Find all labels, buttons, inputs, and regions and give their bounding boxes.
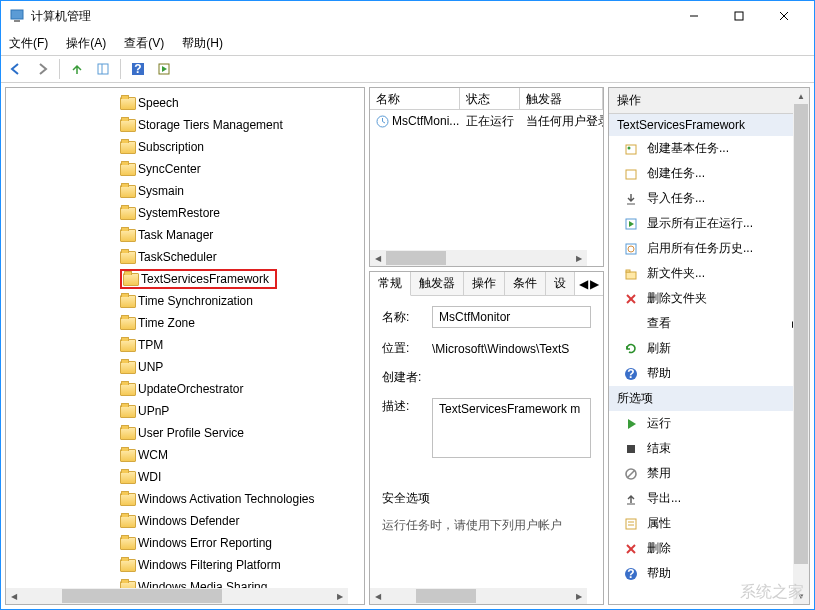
action-item[interactable]: 创建基本任务... xyxy=(609,136,809,161)
action-item[interactable]: 查看▶ xyxy=(609,311,809,336)
tree-item-label: UPnP xyxy=(138,404,169,418)
action-item[interactable]: 启用所有任务历史... xyxy=(609,236,809,261)
tree-item[interactable]: Windows Defender xyxy=(116,510,365,532)
tree-item[interactable]: Windows Media Sharing xyxy=(116,576,365,588)
action-label: 刷新 xyxy=(647,340,671,357)
action-item[interactable]: ?帮助 xyxy=(609,561,809,586)
tasklist-hscrollbar[interactable]: ◀ ▶ xyxy=(370,250,587,266)
forward-button[interactable] xyxy=(31,58,53,80)
tab-actions[interactable]: 操作 xyxy=(464,272,505,295)
actions-section-title: TextServicesFramework xyxy=(617,118,745,132)
up-button[interactable] xyxy=(66,58,88,80)
tree-item-label: Windows Filtering Platform xyxy=(138,558,281,572)
folder-icon xyxy=(120,317,136,330)
tree-item-label: UNP xyxy=(138,360,163,374)
tree-item[interactable]: User Profile Service xyxy=(116,422,365,444)
svg-rect-14 xyxy=(626,145,636,154)
run-button[interactable] xyxy=(153,58,175,80)
actions-section-selected[interactable]: 所选项 ▲ xyxy=(609,386,809,411)
folder-tree[interactable]: SpeechStorage Tiers ManagementSubscripti… xyxy=(6,88,365,588)
menu-action[interactable]: 操作(A) xyxy=(66,35,106,52)
help-icon: ? xyxy=(623,566,639,582)
tree-item[interactable]: Speech xyxy=(116,92,365,114)
tree-item[interactable]: UNP xyxy=(116,356,365,378)
details-hscrollbar[interactable]: ◀ ▶ xyxy=(370,588,587,604)
tree-item[interactable]: WCM xyxy=(116,444,365,466)
svg-rect-27 xyxy=(627,445,635,453)
tree-item[interactable]: Time Zone xyxy=(116,312,365,334)
back-button[interactable] xyxy=(5,58,27,80)
tree-item-label: Windows Activation Technologies xyxy=(138,492,315,506)
tab-conditions[interactable]: 条件 xyxy=(505,272,546,295)
action-item[interactable]: 删除文件夹 xyxy=(609,286,809,311)
tab-triggers[interactable]: 触发器 xyxy=(411,272,464,295)
field-name[interactable]: MsCtfMonitor xyxy=(432,306,591,328)
col-status[interactable]: 状态 xyxy=(460,88,520,109)
tab-settings[interactable]: 设 xyxy=(546,272,575,295)
action-item[interactable]: 结束 xyxy=(609,436,809,461)
tree-hscrollbar[interactable]: ◀ ▶ xyxy=(6,588,348,604)
folder-icon xyxy=(120,119,136,132)
create-task-icon xyxy=(623,166,639,182)
tree-item[interactable]: Subscription xyxy=(116,136,365,158)
action-item[interactable]: 创建任务... xyxy=(609,161,809,186)
tree-item[interactable]: TPM xyxy=(116,334,365,356)
action-label: 禁用 xyxy=(647,465,671,482)
help-button[interactable]: ? xyxy=(127,58,149,80)
actions-section-context[interactable]: TextServicesFramework ▲ xyxy=(609,114,809,136)
action-item[interactable]: ?帮助 xyxy=(609,361,809,386)
menu-view[interactable]: 查看(V) xyxy=(124,35,164,52)
tree-item[interactable]: Windows Filtering Platform xyxy=(116,554,365,576)
tree-item[interactable]: Time Synchronization xyxy=(116,290,365,312)
menubar: 文件(F) 操作(A) 查看(V) 帮助(H) xyxy=(1,31,814,55)
create-basic-task-icon xyxy=(623,141,639,157)
tab-scroll[interactable]: ◀▶ xyxy=(575,272,603,295)
tree-item[interactable]: TextServicesFramework xyxy=(116,268,365,290)
tree-item[interactable]: Task Manager xyxy=(116,224,365,246)
import-icon xyxy=(623,191,639,207)
delete-folder-icon xyxy=(623,291,639,307)
actions-vscrollbar[interactable]: ▲ ▼ xyxy=(793,88,809,604)
tree-item[interactable]: Windows Error Reporting xyxy=(116,532,365,554)
svg-text:?: ? xyxy=(627,567,634,581)
tree-item[interactable]: Storage Tiers Management xyxy=(116,114,365,136)
col-name[interactable]: 名称 xyxy=(370,88,460,109)
tree-item[interactable]: TaskScheduler xyxy=(116,246,365,268)
tree-item[interactable]: WDI xyxy=(116,466,365,488)
action-item[interactable]: 删除 xyxy=(609,536,809,561)
field-description[interactable]: TextServicesFramework m xyxy=(432,398,591,458)
tree-item[interactable]: SystemRestore xyxy=(116,202,365,224)
svg-rect-0 xyxy=(11,10,23,19)
action-item[interactable]: 刷新 xyxy=(609,336,809,361)
menu-file[interactable]: 文件(F) xyxy=(9,35,48,52)
toolbar-separator xyxy=(59,59,60,79)
col-trigger[interactable]: 触发器 xyxy=(520,88,603,109)
minimize-button[interactable] xyxy=(671,1,716,31)
folder-icon xyxy=(120,383,136,396)
close-button[interactable] xyxy=(761,1,806,31)
action-item[interactable]: 运行 xyxy=(609,411,809,436)
tree-item[interactable]: SyncCenter xyxy=(116,158,365,180)
tree-item[interactable]: Sysmain xyxy=(116,180,365,202)
show-hide-tree-button[interactable] xyxy=(92,58,114,80)
app-icon xyxy=(9,8,25,24)
tab-general[interactable]: 常规 xyxy=(370,272,411,296)
maximize-button[interactable] xyxy=(716,1,761,31)
label-runtime-hint: 运行任务时，请使用下列用户帐户 xyxy=(382,517,591,534)
label-description: 描述: xyxy=(382,398,432,415)
task-row[interactable]: MsCtfMoni... 正在运行 当任何用户登录 xyxy=(370,110,603,132)
tree-item[interactable]: Windows Activation Technologies xyxy=(116,488,365,510)
action-item[interactable]: 显示所有正在运行... xyxy=(609,211,809,236)
action-item[interactable]: 属性 xyxy=(609,511,809,536)
tree-item[interactable]: UpdateOrchestrator xyxy=(116,378,365,400)
action-item[interactable]: 新文件夹... xyxy=(609,261,809,286)
svg-rect-3 xyxy=(735,12,743,20)
action-label: 显示所有正在运行... xyxy=(647,215,753,232)
action-item[interactable]: 导出... xyxy=(609,486,809,511)
action-item[interactable]: 导入任务... xyxy=(609,186,809,211)
action-item[interactable]: 禁用 xyxy=(609,461,809,486)
tree-item[interactable]: UPnP xyxy=(116,400,365,422)
folder-icon xyxy=(120,185,136,198)
menu-help[interactable]: 帮助(H) xyxy=(182,35,223,52)
label-creator: 创建者: xyxy=(382,369,432,386)
